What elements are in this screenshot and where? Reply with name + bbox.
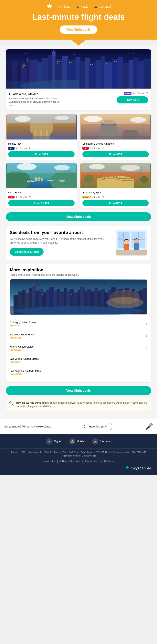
header-cta-button[interactable]: View flight deals bbox=[60, 26, 97, 34]
barcelona-price-button[interactable]: From $610 bbox=[82, 200, 149, 206]
svg-point-101 bbox=[122, 177, 123, 178]
edinburgh-dates: Jun 1 – Jun 15 bbox=[90, 147, 104, 150]
footer-link-privacy[interactable]: Privacy Policy bbox=[85, 460, 98, 463]
svg-rect-15 bbox=[28, 61, 28, 62]
las-vegas-info: Las Vegas, United States From $537 bbox=[10, 357, 39, 364]
nav-car-rental[interactable]: 🚗 Car rental bbox=[94, 5, 111, 8]
edinburgh-airline-row: ▲ Jun 1 – Jun 15 bbox=[82, 147, 149, 150]
edinburgh-image bbox=[80, 114, 151, 140]
svg-point-98 bbox=[113, 176, 114, 177]
view-deals-button-2[interactable]: View flight deals bbox=[6, 386, 151, 395]
svg-rect-93 bbox=[41, 178, 43, 182]
svg-rect-40 bbox=[122, 63, 129, 88]
barcelona-airline-row: vueling Jun 7 – Jun 17 bbox=[82, 196, 149, 198]
featured-deal-price-button[interactable]: From $477 bbox=[117, 96, 148, 104]
plane-nav-icon: ✈ bbox=[59, 5, 61, 8]
nice-dates: Jun 14 – Jun 29 bbox=[16, 196, 31, 198]
svg-rect-37 bbox=[104, 62, 113, 88]
inspiration-section: More inspiration Here's where other hope… bbox=[6, 264, 151, 382]
miami-price: From $193 bbox=[10, 348, 34, 351]
rome-price-button[interactable]: From $815 bbox=[8, 151, 75, 157]
svg-point-89 bbox=[17, 163, 37, 170]
svg-rect-11 bbox=[23, 65, 24, 66]
edinburgh-deal-info: Edinburgh, United Kingdom ▲ Jun 1 – Jun … bbox=[80, 140, 151, 160]
airport-section: See deals from your favorite airport You… bbox=[6, 226, 151, 260]
svg-rect-172 bbox=[40, 290, 41, 291]
svg-point-75 bbox=[84, 116, 102, 122]
barcelona-dates: Jun 7 – Jun 17 bbox=[90, 196, 104, 198]
nav-flights[interactable]: ✈ Flights bbox=[59, 5, 70, 8]
footer-brand: Skyscanner bbox=[6, 465, 151, 471]
view-deals-button-1[interactable]: View flight deals bbox=[6, 212, 151, 222]
inspiration-item-miami[interactable]: Miami, United States From $193 › bbox=[10, 342, 147, 354]
footer-nav-car-rental[interactable]: 🚗 Car rental bbox=[92, 438, 111, 444]
rome-image bbox=[6, 114, 77, 140]
las-vegas-city: Las Vegas, United States bbox=[10, 357, 39, 360]
deal-card-barcelona: Barcelona, Spain vueling Jun 7 – Jun 17 … bbox=[80, 163, 151, 208]
nav-hotels[interactable]: 🏨 Hotels bbox=[76, 5, 88, 8]
svg-point-106 bbox=[89, 164, 105, 170]
svg-rect-25 bbox=[54, 55, 55, 56]
main-content: Guadalajara, Mexico A more mellow option… bbox=[0, 46, 157, 419]
las-vegas-price: From $537 bbox=[10, 361, 39, 364]
footer-car-icon: 🚗 bbox=[92, 438, 98, 444]
svg-point-65 bbox=[55, 116, 69, 120]
svg-rect-176 bbox=[81, 288, 82, 289]
nice-price-button[interactable]: From $1,416 bbox=[8, 200, 75, 206]
footer-nav-flights[interactable]: ✈ Flights bbox=[46, 438, 61, 444]
nice-image bbox=[6, 163, 77, 188]
footer-info: Registered Office: Skyscanner Ltd, Floor… bbox=[0, 448, 157, 475]
las-vegas-arrow-icon: › bbox=[146, 358, 147, 362]
footer-legal-text: Registered Office: Skyscanner Ltd, Floor… bbox=[6, 450, 151, 458]
edinburgh-price-button[interactable]: From $879 bbox=[82, 151, 149, 157]
header: ✈ Flights 🏨 Hotels 🚗 Car rental Last-min… bbox=[0, 0, 157, 40]
svg-rect-66 bbox=[7, 136, 76, 140]
svg-rect-79 bbox=[81, 136, 150, 140]
svg-rect-92 bbox=[38, 177, 40, 182]
deals-note-text: How did we find these deals? They're sim… bbox=[16, 401, 148, 408]
svg-point-102 bbox=[125, 176, 126, 178]
footer-nav: ✈ Flights 🏨 Hotels 🚗 Car rental bbox=[0, 434, 157, 448]
svg-point-64 bbox=[15, 116, 31, 122]
inspiration-item-seattle[interactable]: Seattle, United States From $989 › bbox=[10, 330, 147, 342]
svg-point-1 bbox=[25, 53, 26, 54]
rome-airline-row: ITA Jun 6 – Jun 14 bbox=[8, 147, 75, 150]
los-angeles-city: Los Angeles, United States bbox=[10, 369, 41, 372]
featured-airline-dates: Jun 10 – Jun 23 bbox=[133, 92, 148, 94]
deal-card-nice: Nice, France ▲ Jun 14 – Jun 29 From $1,4… bbox=[6, 163, 77, 208]
svg-rect-23 bbox=[54, 53, 55, 54]
inspiration-item-los-angeles[interactable]: Los Angeles, United States From $743 › bbox=[10, 366, 147, 378]
featured-deal-city: Guadalajara, Mexico bbox=[9, 92, 117, 96]
header-nav: ✈ Flights 🏨 Hotels 🚗 Car rental bbox=[4, 3, 153, 10]
footer-link-contact[interactable]: Contact us bbox=[104, 460, 114, 463]
rate-email-button[interactable]: Rate this email bbox=[84, 423, 112, 430]
inspiration-item-chicago[interactable]: Chicago, United States From $347 › bbox=[10, 318, 147, 330]
info-icon: 🔍 bbox=[9, 401, 14, 406]
edinburgh-city: Edinburgh, United Kingdom bbox=[82, 142, 149, 146]
hotel-nav-icon: 🏨 bbox=[76, 5, 79, 8]
svg-point-100 bbox=[119, 178, 120, 179]
los-angeles-arrow-icon: › bbox=[146, 370, 147, 374]
svg-rect-49 bbox=[71, 62, 72, 63]
los-angeles-info: Los Angeles, United States From $743 bbox=[10, 369, 41, 376]
svg-point-2 bbox=[45, 52, 45, 52]
svg-rect-38 bbox=[112, 59, 119, 88]
los-angeles-price: From $743 bbox=[10, 373, 41, 376]
svg-point-90 bbox=[54, 165, 70, 170]
svg-rect-32 bbox=[79, 61, 86, 88]
footer-link-preferences[interactable]: Edit My Preferences bbox=[60, 460, 79, 463]
select-airport-button[interactable]: Select your airport bbox=[10, 248, 44, 256]
svg-rect-51 bbox=[92, 64, 93, 65]
skyscanner-logo-icon bbox=[125, 465, 130, 471]
footer-nav-hotels[interactable]: 🏨 Hotels bbox=[69, 438, 84, 444]
miami-info: Miami, United States From $193 bbox=[10, 345, 34, 351]
airport-illustration bbox=[116, 230, 147, 256]
inspiration-item-las-vegas[interactable]: Las Vegas, United States From $537 › bbox=[10, 354, 147, 366]
svg-point-76 bbox=[130, 117, 146, 123]
featured-deal-description: A more mellow option than Mexico City, h… bbox=[9, 97, 60, 107]
barcelona-image bbox=[80, 163, 151, 188]
footer-link-unsubscribe[interactable]: Unsubscribe bbox=[43, 460, 55, 463]
svg-rect-48 bbox=[69, 62, 70, 63]
svg-point-5 bbox=[133, 53, 134, 54]
delta-logo-edinburgh: ▲ bbox=[82, 147, 89, 150]
